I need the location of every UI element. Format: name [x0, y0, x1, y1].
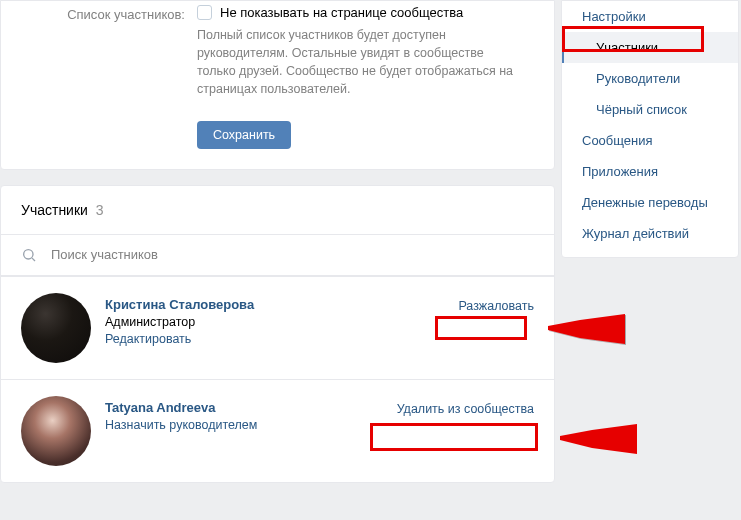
members-search-bar	[1, 234, 554, 276]
member-name-link[interactable]: Tatyana Andreeva	[105, 400, 383, 415]
members-title: Участники	[21, 202, 88, 218]
svg-line-1	[32, 258, 35, 261]
sidebar-item-members[interactable]: Участники	[562, 32, 738, 63]
sidebar-item-settings[interactable]: Настройки	[562, 1, 738, 32]
member-row: Tatyana Andreeva Назначить руководителем…	[1, 379, 554, 482]
assign-manager-link[interactable]: Назначить руководителем	[105, 418, 383, 432]
arrow-icon	[552, 418, 642, 460]
members-list-label: Список участников:	[21, 5, 197, 22]
save-button[interactable]: Сохранить	[197, 121, 291, 149]
sidebar-item-log[interactable]: Журнал действий	[562, 218, 738, 249]
sidebar: Настройки Участники Руководители Чёрный …	[561, 0, 739, 258]
demote-link[interactable]: Разжаловать	[458, 293, 534, 313]
members-card: Участники 3 Кристина Сталоверова Админис…	[0, 185, 555, 483]
sidebar-item-blacklist[interactable]: Чёрный список	[562, 94, 738, 125]
sidebar-item-managers[interactable]: Руководители	[562, 63, 738, 94]
settings-card: Список участников: Не показывать на стра…	[0, 0, 555, 170]
hide-members-hint: Полный список участников будет доступен …	[197, 26, 517, 99]
svg-marker-3	[560, 424, 637, 454]
search-icon	[21, 247, 37, 263]
search-input[interactable]	[51, 247, 534, 262]
hide-members-checkbox[interactable]	[197, 5, 212, 20]
member-name-link[interactable]: Кристина Сталоверова	[105, 297, 444, 312]
members-header: Участники 3	[1, 186, 554, 234]
svg-point-0	[24, 249, 33, 258]
svg-marker-2	[548, 314, 625, 344]
remove-link[interactable]: Удалить из сообщества	[397, 396, 534, 416]
hide-members-checkbox-label: Не показывать на странице сообщества	[220, 5, 463, 20]
edit-member-link[interactable]: Редактировать	[105, 332, 444, 346]
sidebar-item-apps[interactable]: Приложения	[562, 156, 738, 187]
member-role: Администратор	[105, 315, 444, 329]
avatar[interactable]	[21, 396, 91, 466]
sidebar-item-transfers[interactable]: Денежные переводы	[562, 187, 738, 218]
members-count: 3	[96, 202, 104, 218]
member-row: Кристина Сталоверова Администратор Редак…	[1, 276, 554, 379]
avatar[interactable]	[21, 293, 91, 363]
sidebar-item-messages[interactable]: Сообщения	[562, 125, 738, 156]
